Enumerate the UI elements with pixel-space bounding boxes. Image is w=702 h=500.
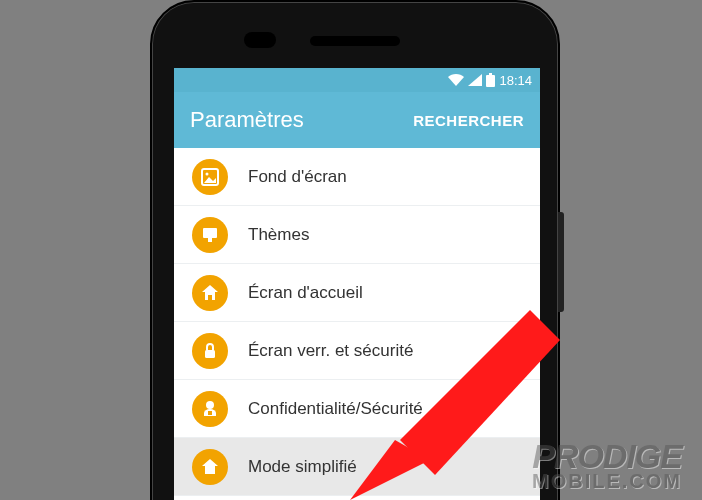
- search-button[interactable]: RECHERCHER: [413, 112, 524, 129]
- status-bar: 18:14: [174, 68, 540, 92]
- lock-icon: [192, 333, 228, 369]
- privacy-icon: [192, 391, 228, 427]
- svg-rect-8: [208, 411, 212, 415]
- svg-rect-0: [486, 75, 495, 87]
- svg-rect-1: [489, 73, 492, 75]
- svg-point-7: [206, 401, 214, 409]
- watermark-line2: MOBILE.COM: [532, 472, 682, 490]
- svg-rect-5: [208, 238, 212, 242]
- settings-item-simple-mode[interactable]: Mode simplifié: [174, 438, 540, 496]
- phone-side-button: [558, 212, 564, 312]
- phone-sensor: [244, 32, 276, 48]
- settings-item-wallpaper[interactable]: Fond d'écran: [174, 148, 540, 206]
- simple-home-icon: [192, 449, 228, 485]
- screen: 18:14 Paramètres RECHERCHER Fond d'écran…: [174, 68, 540, 500]
- watermark: PRODIGE MOBILE.COM: [532, 441, 682, 490]
- watermark-line1: PRODIGE: [532, 441, 682, 472]
- settings-item-label: Écran d'accueil: [248, 283, 363, 303]
- phone-frame: 18:14 Paramètres RECHERCHER Fond d'écran…: [150, 0, 560, 500]
- settings-item-home-screen[interactable]: Écran d'accueil: [174, 264, 540, 322]
- settings-item-themes[interactable]: Thèmes: [174, 206, 540, 264]
- battery-icon: [486, 73, 495, 87]
- page-title: Paramètres: [190, 107, 304, 133]
- wifi-icon: [448, 74, 464, 86]
- settings-item-privacy[interactable]: Confidentialité/Sécurité: [174, 380, 540, 438]
- svg-rect-4: [203, 228, 217, 238]
- phone-speaker: [310, 36, 400, 46]
- settings-item-label: Fond d'écran: [248, 167, 347, 187]
- home-icon: [192, 275, 228, 311]
- settings-item-label: Thèmes: [248, 225, 309, 245]
- wallpaper-icon: [192, 159, 228, 195]
- settings-item-label: Confidentialité/Sécurité: [248, 399, 423, 419]
- status-time: 18:14: [499, 73, 532, 88]
- svg-point-3: [206, 172, 209, 175]
- settings-item-lock-security[interactable]: Écran verr. et sécurité: [174, 322, 540, 380]
- themes-icon: [192, 217, 228, 253]
- signal-icon: [468, 74, 482, 86]
- svg-rect-6: [205, 350, 215, 358]
- settings-header: Paramètres RECHERCHER: [174, 92, 540, 148]
- settings-list: Fond d'écran Thèmes Écran d'accueil Écra…: [174, 148, 540, 496]
- settings-item-label: Mode simplifié: [248, 457, 357, 477]
- settings-item-label: Écran verr. et sécurité: [248, 341, 413, 361]
